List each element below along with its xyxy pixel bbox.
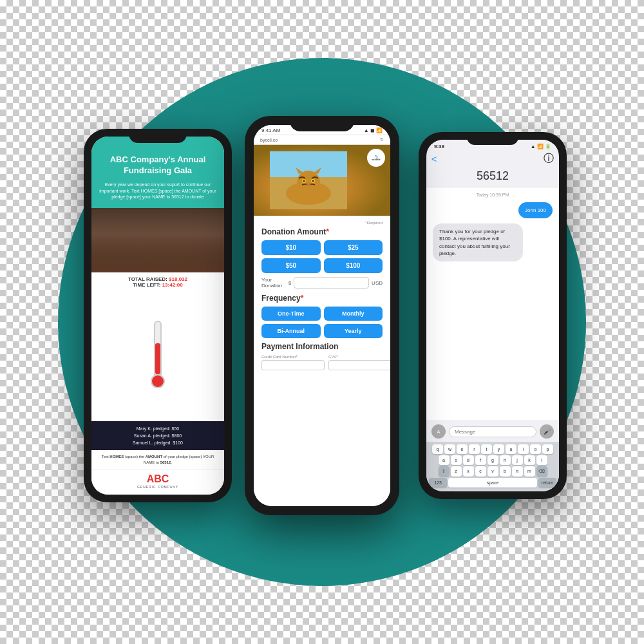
key-m[interactable]: m	[524, 466, 535, 477]
custom-amount-row: Your Donation $ USD	[261, 277, 383, 289]
freq-btn-yearly[interactable]: Yearly	[324, 324, 383, 338]
center-status-icons: ▲ ◼ 📶	[364, 128, 383, 133]
keyboard-row-4: 123 space return	[429, 478, 556, 488]
key-n[interactable]: n	[512, 466, 523, 477]
key-f[interactable]: f	[475, 455, 486, 465]
key-j[interactable]: j	[512, 455, 523, 465]
keyboard: q w e r t y u i o p a	[426, 442, 559, 491]
key-x[interactable]: x	[463, 466, 474, 477]
donation-btn-10[interactable]: $10	[261, 240, 321, 255]
key-p[interactable]: p	[542, 444, 553, 454]
refresh-icon[interactable]: ↻	[380, 137, 384, 142]
key-e[interactable]: e	[457, 444, 468, 454]
cvv-field: CVV*	[328, 355, 390, 370]
sent-message-bubble: John 100	[518, 202, 553, 218]
pledge-3: Samuel L. pledged: $100	[98, 439, 218, 446]
frequency-section: Frequency* One-Time Monthly Bi-Annual Ye…	[261, 294, 383, 338]
key-backspace[interactable]: ⌫	[536, 466, 547, 477]
key-o[interactable]: o	[530, 444, 541, 454]
key-w[interactable]: w	[444, 444, 455, 454]
payment-section: Payment Information Credit Card Number*	[261, 342, 383, 370]
left-footer-text: Text HOMES (space) the AMOUNT of your pl…	[98, 454, 218, 465]
donation-btn-50[interactable]: $50	[261, 258, 321, 273]
key-u[interactable]: u	[506, 444, 516, 454]
svg-point-7	[312, 180, 314, 182]
sms-avatar-button[interactable]: A	[431, 424, 446, 439]
sms-messages: Today 10:39 PM John 100 Thank you for yo…	[426, 187, 559, 421]
stats-bar: TOTAL RAISED: $18,032 TIME LEFT: 13:42:0…	[91, 272, 224, 292]
right-status-time: 9:38	[434, 144, 444, 149]
left-event-photo	[91, 208, 224, 272]
keyboard-row-3: ⇧ z x c v b n m ⌫	[429, 466, 556, 477]
sms-info-icon[interactable]: ⓘ	[544, 152, 554, 166]
frequency-grid: One-Time Monthly Bi-Annual Yearly	[261, 307, 383, 338]
received-message-bubble: Thank you for your pledge of $100. A rep…	[433, 223, 523, 261]
total-raised-line: TOTAL RAISED: $18,032	[98, 276, 218, 282]
currency-usd: USD	[372, 280, 383, 286]
cc-field: Credit Card Number*	[261, 355, 325, 370]
scene: ABC Company's Annual Fundraising Gala Ev…	[0, 0, 644, 644]
cc-label: Credit Card Number*	[261, 355, 325, 359]
total-raised-value: $18,032	[169, 276, 187, 282]
key-z[interactable]: z	[451, 466, 462, 477]
svg-point-8	[307, 184, 310, 186]
key-y[interactable]: y	[493, 444, 504, 454]
thermometer-fill	[155, 343, 160, 375]
key-k[interactable]: k	[524, 455, 535, 465]
key-h[interactable]: h	[500, 455, 511, 465]
key-r[interactable]: r	[469, 444, 480, 454]
abc-text: ABC	[147, 473, 169, 484]
freq-btn-biannual[interactable]: Bi-Annual	[261, 324, 321, 338]
frequency-title: Frequency*	[261, 294, 383, 303]
key-s[interactable]: s	[451, 455, 462, 465]
svg-point-3	[297, 171, 320, 194]
phone-left-notch	[129, 129, 187, 143]
sms-timestamp: Today 10:39 PM	[433, 193, 553, 197]
donation-btn-25[interactable]: $25	[324, 240, 383, 255]
key-b[interactable]: b	[500, 466, 511, 477]
key-q[interactable]: q	[432, 444, 443, 454]
sms-back-button[interactable]: <	[431, 154, 437, 164]
phone-left-screen: ABC Company's Annual Fundraising Gala Ev…	[91, 137, 224, 495]
key-i[interactable]: i	[518, 444, 529, 454]
key-v[interactable]: v	[488, 466, 498, 477]
key-shift[interactable]: ⇧	[439, 466, 450, 477]
key-l[interactable]: l	[536, 455, 547, 465]
key-return[interactable]: return	[538, 478, 556, 488]
tiger-svg	[270, 151, 347, 209]
right-status-icons: ▲ 📶 🔋	[531, 144, 551, 149]
cc-input[interactable]	[261, 360, 325, 370]
thermometer-bulb	[151, 374, 165, 388]
svg-point-6	[303, 180, 305, 182]
phone-right-frame: 9:38 ▲ 📶 🔋 < ⓘ 56512 Today 10:39 PM John…	[419, 132, 567, 499]
key-g[interactable]: g	[488, 455, 498, 465]
key-c[interactable]: c	[475, 466, 486, 477]
sms-input-area: A 🎤	[426, 421, 559, 442]
phone-right-notch	[467, 132, 518, 145]
key-t[interactable]: t	[481, 444, 492, 454]
key-a[interactable]: a	[439, 455, 450, 465]
sms-mic-button[interactable]: 🎤	[540, 424, 554, 439]
url-text: bycell.co	[260, 138, 278, 142]
wildlife-badge: 🐾 wildlife	[367, 149, 385, 167]
freq-btn-monthly[interactable]: Monthly	[324, 307, 383, 321]
payment-title: Payment Information	[261, 342, 383, 351]
phone-center-frame: 9:41 AM ▲ ◼ 📶 bycell.co ↻	[245, 116, 399, 515]
abc-logo: ABC GENERIC COMPANY	[137, 473, 178, 489]
sms-header: 56512	[426, 167, 559, 187]
sms-message-input[interactable]	[449, 426, 536, 437]
left-event-description: Every year we depend on your suport to c…	[99, 182, 216, 200]
custom-amount-input[interactable]	[294, 277, 369, 289]
donation-btn-100[interactable]: $100	[324, 258, 383, 273]
keyboard-row-1: q w e r t y u i o p	[429, 444, 556, 454]
center-url-bar: bycell.co ↻	[254, 135, 390, 145]
phone-center-notch	[290, 116, 354, 131]
center-content: *Required Donation Amount* $10 $25 $50 $…	[254, 216, 390, 506]
key-d[interactable]: d	[463, 455, 474, 465]
phone-center: 9:41 AM ▲ ◼ 📶 bycell.co ↻	[245, 116, 399, 515]
key-space[interactable]: space	[448, 478, 537, 488]
cvv-input[interactable]	[328, 360, 390, 370]
freq-btn-onetime[interactable]: One-Time	[261, 307, 321, 321]
key-numbers[interactable]: 123	[429, 478, 447, 488]
your-donation-label: Your Donation	[261, 277, 286, 289]
